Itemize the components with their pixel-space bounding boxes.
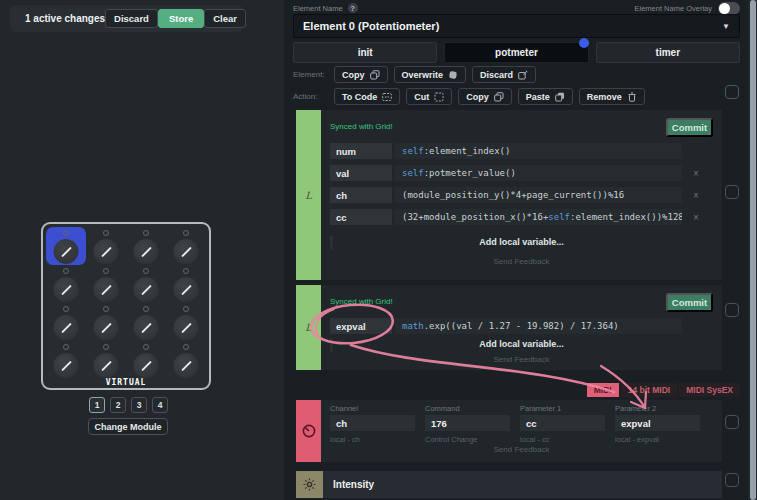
variable-name-input[interactable]: ch xyxy=(330,187,392,203)
potmeter-knob[interactable] xyxy=(86,265,126,303)
page-button-1[interactable]: 1 xyxy=(89,397,105,413)
close-icon[interactable]: × xyxy=(686,212,706,223)
remove-button[interactable]: Remove xyxy=(579,88,645,105)
intensity-label: Intensity xyxy=(333,479,374,490)
knob-led-icon xyxy=(183,268,189,274)
knob-pointer xyxy=(61,284,72,295)
knob-led-icon xyxy=(143,230,149,236)
close-icon[interactable]: × xyxy=(686,190,706,201)
midi-channel-input[interactable]: ch xyxy=(330,415,415,431)
potmeter-knob[interactable] xyxy=(166,227,206,265)
variable-code-input[interactable]: (module_position_y()*4+page_current())%1… xyxy=(395,187,682,203)
tab-init[interactable]: init xyxy=(293,42,437,63)
tab-midi[interactable]: MIDI xyxy=(587,383,619,397)
add-local-variable-button[interactable]: Add local variable... xyxy=(321,339,722,349)
scrollbar-thumb[interactable] xyxy=(750,0,756,500)
potmeter-knob[interactable] xyxy=(126,303,166,341)
page-button-2[interactable]: 2 xyxy=(110,397,126,413)
element-name-overlay-toggle[interactable] xyxy=(718,2,740,15)
midi-block-handle[interactable] xyxy=(296,400,321,462)
chevron-down-icon: ▼ xyxy=(722,22,730,31)
variable-row-cc: cc (32+module_position_x()*16+self:eleme… xyxy=(330,209,706,225)
midi-parameter2-input[interactable]: expval xyxy=(615,415,700,431)
page-button-4[interactable]: 4 xyxy=(152,397,168,413)
midi-parameter1-input[interactable]: cc xyxy=(520,415,605,431)
local-block-handle[interactable]: L xyxy=(296,110,321,280)
close-icon[interactable]: × xyxy=(686,168,706,179)
potmeter-knob[interactable] xyxy=(86,227,126,265)
cut-button[interactable]: Cut xyxy=(406,88,452,105)
variable-name-input[interactable]: num xyxy=(330,143,392,159)
to-code-button[interactable]: To Code xyxy=(334,88,400,105)
potmeter-knob[interactable] xyxy=(86,341,126,379)
local-block-content: Synced with Grid! Commit num self:elemen… xyxy=(321,110,722,280)
paste-icon xyxy=(555,92,565,102)
sync-status: Synced with Grid! xyxy=(330,297,393,306)
potmeter-knob[interactable] xyxy=(46,265,86,303)
potmeter-knob[interactable] xyxy=(126,341,166,379)
action-copy-button[interactable]: Copy xyxy=(458,88,512,105)
send-feedback-link[interactable]: Send Feedback xyxy=(321,355,722,364)
potmeter-knob[interactable] xyxy=(46,341,86,379)
potmeter-knob[interactable] xyxy=(46,303,86,341)
intensity-block[interactable]: Intensity xyxy=(296,471,722,498)
paste-button[interactable]: Paste xyxy=(518,88,573,105)
intensity-block-checkbox[interactable] xyxy=(725,473,739,487)
copy-icon xyxy=(370,70,380,80)
knob-pointer xyxy=(181,322,192,333)
knob-dial xyxy=(134,315,159,340)
variable-name-input[interactable]: cc xyxy=(330,209,392,225)
overwrite-icon xyxy=(448,70,458,80)
knob-pointer xyxy=(141,322,152,333)
knob-dial xyxy=(134,277,159,302)
discard-changes-button[interactable]: Discard xyxy=(105,9,158,28)
variable-code-input[interactable]: self:potmeter_value() xyxy=(395,165,682,181)
tab-potmeter[interactable]: potmeter xyxy=(444,42,588,63)
midi-parameter2-col: Parameter 2 expval local - expval xyxy=(615,403,700,444)
send-feedback-link[interactable]: Send Feedback xyxy=(321,445,722,454)
potmeter-knob[interactable] xyxy=(126,227,166,265)
element-copy-button[interactable]: Copy xyxy=(334,66,388,83)
local-block-checkbox[interactable] xyxy=(725,303,739,317)
element-select-dropdown[interactable]: Element 0 (Potentiometer) ▼ xyxy=(293,14,740,38)
local-block-handle[interactable]: L xyxy=(296,285,321,370)
send-feedback-link[interactable]: Send Feedback xyxy=(321,257,722,266)
midi-command-input[interactable]: 176 xyxy=(425,415,510,431)
variable-code-input[interactable]: math.exp((val / 1.27 - 19.982) / 17.364) xyxy=(395,318,682,334)
store-button[interactable]: Store xyxy=(158,9,204,28)
potmeter-knob[interactable] xyxy=(86,303,126,341)
local-badge: L xyxy=(305,190,312,201)
potmeter-knob[interactable] xyxy=(166,303,206,341)
potmeter-knob[interactable] xyxy=(166,341,206,379)
help-icon[interactable]: ? xyxy=(348,3,358,13)
potmeter-knob[interactable] xyxy=(46,227,86,265)
midi-field-subtext: local - expval xyxy=(615,435,700,444)
potmeter-block-checkbox[interactable] xyxy=(725,185,739,199)
midi-field-label: Parameter 2 xyxy=(615,403,700,414)
change-module-button[interactable]: Change Module xyxy=(88,418,168,435)
variable-code-input[interactable]: (32+module_position_x()*16+self:element_… xyxy=(395,209,682,225)
scrollbar-track[interactable] xyxy=(748,0,757,500)
commit-button[interactable]: Commit xyxy=(666,118,713,137)
variable-name-input[interactable]: expval xyxy=(330,318,392,334)
potmeter-knob[interactable] xyxy=(126,265,166,303)
variable-name-input[interactable]: val xyxy=(330,165,392,181)
tab-timer[interactable]: timer xyxy=(596,42,740,63)
add-local-variable-button[interactable]: Add local variable... xyxy=(321,237,722,247)
tab-midi-sysex[interactable]: MIDI SysEX xyxy=(679,383,740,397)
variable-code-input[interactable]: self:element_index() xyxy=(395,143,682,159)
variable-row-val: val self:potmeter_value() × xyxy=(330,165,706,181)
clear-button[interactable]: Clear xyxy=(204,9,246,28)
element-overwrite-button[interactable]: Overwrite xyxy=(394,66,467,83)
tab-14bit-midi[interactable]: 14 bit MIDI xyxy=(621,383,678,397)
midi-block-checkbox[interactable] xyxy=(725,415,739,429)
element-discard-button[interactable]: Discard xyxy=(472,66,536,83)
midi-field-label: Command xyxy=(425,403,510,414)
page-button-3[interactable]: 3 xyxy=(131,397,147,413)
commit-button[interactable]: Commit xyxy=(666,293,713,312)
action-row-checkbox[interactable] xyxy=(725,85,739,99)
code-brackets-icon xyxy=(382,92,392,102)
knob-dial xyxy=(174,315,199,340)
knob-led-icon xyxy=(63,344,69,350)
potmeter-knob[interactable] xyxy=(166,265,206,303)
